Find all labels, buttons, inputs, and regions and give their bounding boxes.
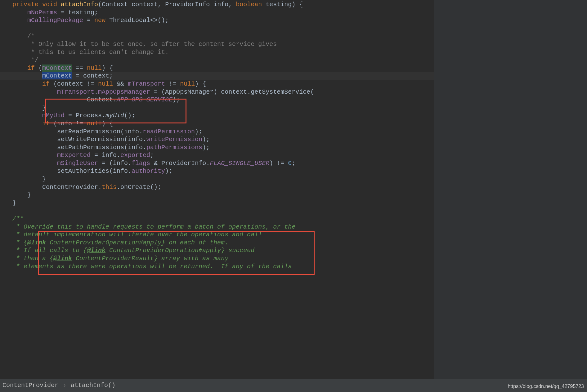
keyword: void xyxy=(42,1,57,8)
javadoc: * If all calls to { xyxy=(12,247,87,254)
javadoc: ContentProviderOperation#apply} succeed xyxy=(105,247,254,254)
keyword-null: null xyxy=(98,80,113,87)
brace: ) { xyxy=(292,1,303,8)
code-text: (); xyxy=(124,112,135,119)
code-text: (info != xyxy=(50,120,87,127)
code-text: ); xyxy=(202,144,210,151)
keyword: boolean xyxy=(236,1,262,8)
code-text: ) { xyxy=(102,65,113,72)
field: mTransport xyxy=(128,80,165,87)
code-text: ) { xyxy=(102,120,113,127)
javadoc: * default implementation will iterate ov… xyxy=(12,231,262,238)
keyword-null: null xyxy=(87,120,102,127)
javadoc: * elements as there were operations will… xyxy=(12,263,292,270)
comma: , xyxy=(228,1,232,8)
javadoc: * { xyxy=(12,239,27,246)
comment: * Only allow it to be set once, so after… xyxy=(27,41,277,48)
code-text: ); xyxy=(195,128,202,135)
code-line: mCallingPackage = new ThreadLocal<>(); xyxy=(0,16,434,24)
error-stripe[interactable] xyxy=(434,0,587,379)
code-region[interactable]: private void attachInfo(Context context,… xyxy=(0,0,434,379)
static-method: myUid xyxy=(105,112,124,119)
watermark-text: https://blog.csdn.net/qq_42795723 xyxy=(508,383,584,390)
field: mAppOpsManager xyxy=(98,88,150,96)
field: pathPermissions xyxy=(146,144,202,151)
brace: } xyxy=(12,199,16,207)
code-text: setWritePermission(info. xyxy=(57,136,146,143)
javadoc-link: @link xyxy=(87,247,105,254)
field: mTransport xyxy=(57,88,94,96)
comma: , xyxy=(158,1,161,8)
doc-line: * {@link ContentProviderOperation#apply}… xyxy=(0,239,434,247)
code-text: = testing; xyxy=(57,9,98,16)
constant: APP_OPS_SERVICE xyxy=(117,96,173,103)
comment: * this to us clients can't change it. xyxy=(27,49,169,56)
code-line: mMyUid = Process.myUid(); xyxy=(0,112,434,120)
field: readPermission xyxy=(143,128,195,135)
code-text: = context; xyxy=(72,72,113,79)
code-text: = info. xyxy=(91,152,120,159)
code-text: ); xyxy=(165,167,173,175)
code-line: } xyxy=(0,191,434,199)
javadoc-link: @link xyxy=(27,239,46,246)
field: writePermission xyxy=(146,136,202,143)
code-line: } xyxy=(0,104,434,112)
breadcrumb-method[interactable]: attachInfo() xyxy=(71,381,115,390)
breadcrumb-separator-icon: › xyxy=(63,381,66,390)
keyword-null: null xyxy=(87,65,102,72)
doc-line: * default implementation will iterate ov… xyxy=(0,231,434,239)
javadoc: ContentProviderResult} array with as man… xyxy=(72,255,228,262)
javadoc: * Override this to handle requests to pe… xyxy=(12,223,295,230)
constant: FLAG_SINGLE_USER xyxy=(210,160,269,167)
code-text: ); xyxy=(202,136,210,143)
field: flags xyxy=(132,160,150,167)
method-name: attachInfo xyxy=(61,1,98,8)
code-text: ); xyxy=(173,96,180,103)
field: mExported xyxy=(57,152,91,159)
doc-line: * If all calls to {@link ContentProvider… xyxy=(0,247,434,255)
code-text: = Process. xyxy=(65,112,105,119)
dot: . xyxy=(94,88,98,96)
code-line: } xyxy=(0,175,434,183)
blank-line xyxy=(0,207,434,215)
param-name: info xyxy=(213,1,228,8)
keyword: new xyxy=(94,17,105,24)
field: mNoPerms xyxy=(27,9,57,16)
keyword: private xyxy=(12,1,38,8)
code-line: setAuthorities(info.authority); xyxy=(0,167,434,175)
code-line: setPathPermissions(info.pathPermissions)… xyxy=(0,144,434,152)
code-line: mTransport.mAppOpsManager = (AppOpsManag… xyxy=(0,88,434,96)
comment-line: * this to us clients can't change it. xyxy=(0,48,434,56)
doc-line: * Override this to handle requests to pe… xyxy=(0,223,434,231)
field-occurrence: mContext xyxy=(42,65,72,72)
breadcrumb-class[interactable]: ContentProvider xyxy=(2,381,58,390)
code-line: if (info != null) { xyxy=(0,120,434,128)
code-line-current: mContext = context; xyxy=(0,72,434,80)
keyword-null: null xyxy=(180,80,195,87)
keyword: if xyxy=(27,65,35,72)
javadoc: * then a { xyxy=(12,255,53,262)
param-name: testing xyxy=(266,1,292,8)
code-line: if (context != null && mTransport != nul… xyxy=(0,80,434,88)
blank-line xyxy=(0,24,434,33)
code-line: } xyxy=(0,199,434,207)
comment: /* xyxy=(27,33,35,40)
code-text: = (info. xyxy=(98,160,132,167)
field: mSingleUser xyxy=(57,160,98,167)
javadoc: ContentProviderOperation#apply} on each … xyxy=(46,239,228,246)
javadoc-link: @link xyxy=(53,255,72,262)
code-text: ( xyxy=(35,65,42,72)
code-line: ContentProvider.this.onCreate(); xyxy=(0,183,434,191)
number: 0 xyxy=(288,160,292,167)
code-text: ; xyxy=(150,152,154,159)
code-line: setReadPermission(info.readPermission); xyxy=(0,128,434,136)
code-line: setWritePermission(info.writePermission)… xyxy=(0,136,434,144)
keyword-this: this xyxy=(102,184,117,191)
code-text: ) != xyxy=(269,160,288,167)
code-line: if (mContext == null) { xyxy=(0,64,434,72)
brace: } xyxy=(42,176,46,183)
comment: */ xyxy=(27,56,38,64)
breadcrumb-bar: ContentProvider › attachInfo() xyxy=(0,379,587,392)
doc-line: /** xyxy=(0,215,434,223)
field: mCallingPackage xyxy=(27,17,83,24)
